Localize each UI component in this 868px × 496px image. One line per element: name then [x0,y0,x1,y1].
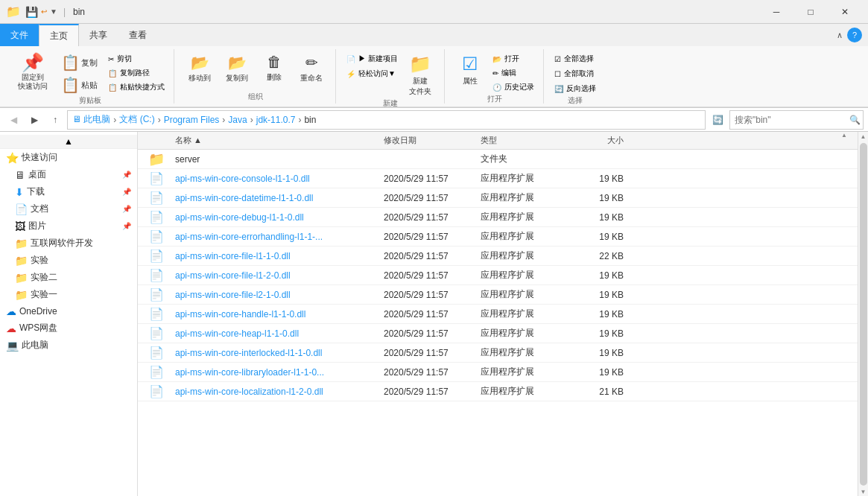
file-row[interactable]: 📄 api-ms-win-core-file-l1-2-0.dll 2020/5… [138,266,858,285]
file-row[interactable]: 📄 api-ms-win-core-datetime-l1-1-0.dll 20… [138,188,858,208]
breadcrumb-docs[interactable]: 文档 (C:) [119,113,154,126]
up-btn[interactable]: ↑ [46,111,64,129]
invert-btn[interactable]: 🔄 反向选择 [551,82,599,95]
file-row[interactable]: 📄 api-ms-win-core-interlocked-l1-1-0.dll… [138,343,858,363]
file-date: 2020/5/29 11:57 [384,174,481,184]
sidebar-item-experiment2[interactable]: 📁 实验二 [0,269,137,286]
easy-access-btn[interactable]: ⚡ 轻松访问▼ [343,67,401,80]
file-row[interactable]: 📄 api-ms-win-core-file-l2-1-0.dll 2020/5… [138,285,858,305]
scroll-thumb[interactable] [860,143,867,486]
breadcrumb-bin[interactable]: bin [304,115,316,125]
copy-to-btn[interactable]: 📂 复制到 [219,52,255,85]
new-folder-btn[interactable]: 📁 新建文件夹 [402,52,438,98]
history-btn[interactable]: 🕐 历史记录 [490,80,537,94]
breadcrumb-bar[interactable]: 🖥 此电脑 › 文档 (C:) › Program Files › Java ›… [67,110,706,130]
file-name: api-ms-win-core-file-l1-1-0.dll [175,251,384,261]
arrow4: › [250,115,253,125]
edit-icon: ✏ [492,69,498,77]
file-type: 应用程序扩展 [481,269,570,282]
close-button[interactable]: ✕ [828,0,862,24]
open-btn[interactable]: 📂 打开 [490,52,537,66]
new-item-btn[interactable]: 📄 ▶ 新建项目 [343,52,401,66]
tab-file[interactable]: 文件 [0,24,39,46]
tab-view[interactable]: 查看 [118,24,158,46]
cut-btn[interactable]: ✂ 剪切 [105,52,168,66]
sidebar-item-wpsdrive[interactable]: ☁ WPS网盘 [0,319,137,337]
rename-btn[interactable]: ✏ 重命名 [294,52,329,85]
col-date-header[interactable]: 修改日期 [384,135,481,146]
scroll-down-btn[interactable]: ▼ [859,487,868,496]
tab-home[interactable]: 主页 [39,24,79,46]
help-btn[interactable]: ? [847,28,862,42]
back-btn[interactable]: ◀ [4,111,22,129]
undo-icon[interactable]: ↩ [41,7,47,16]
qa-dropdown-btn[interactable]: ▼ [50,7,57,16]
file-date: 2020/5/29 11:57 [384,270,481,281]
ribbon-collapse-btn[interactable]: ∧ [837,31,843,40]
search-box[interactable]: 🔍 [729,110,864,130]
file-type: 应用程序扩展 [481,385,570,398]
sidebar-item-download[interactable]: ⬇ 下载 📌 [0,183,137,200]
select-all-btn[interactable]: ☑ 全部选择 [551,52,599,66]
tab-share[interactable]: 共享 [79,24,118,46]
minimize-button[interactable]: ─ [759,0,793,24]
sidebar-item-quickaccess[interactable]: ⭐ 快速访问 [0,149,137,166]
pin-icon: 📌 [22,54,44,71]
forward-btn[interactable]: ▶ [25,111,43,129]
file-row[interactable]: 📄 api-ms-win-core-errorhandling-l1-1-...… [138,227,858,247]
file-row[interactable]: 📁 server 文件夹 [138,150,858,169]
file-row[interactable]: 📄 api-ms-win-core-handle-l1-1-0.dll 2020… [138,305,858,324]
breadcrumb-programfiles[interactable]: Program Files [164,115,220,125]
copy-to-label: 复制到 [226,73,248,83]
sidebar-item-documents[interactable]: 📄 文档 📌 [0,200,137,217]
file-row[interactable]: 📄 api-ms-win-core-file-l1-1-0.dll 2020/5… [138,247,858,266]
sidebar-item-experiment[interactable]: 📁 实验 [0,252,137,269]
sidebar-item-pictures[interactable]: 🖼 图片 📌 [0,217,137,235]
file-date: 2020/5/29 11:57 [384,193,481,203]
select-none-icon: ☐ [554,70,561,78]
arrow5: › [298,115,301,125]
edit-btn[interactable]: ✏ 编辑 [490,66,537,80]
file-row[interactable]: 📄 api-ms-win-core-debug-l1-1-0.dll 2020/… [138,208,858,227]
save-icon[interactable]: 💾 [25,6,38,18]
properties-btn[interactable]: ☑ 属性 [452,52,488,88]
file-size: 19 KB [570,193,630,203]
scroll-up-btn[interactable]: ▲ [859,132,868,142]
scroll-top-indicator[interactable]: ▲ [841,132,847,139]
file-row[interactable]: 📄 api-ms-win-core-localization-l1-2-0.dl… [138,382,858,401]
properties-label: 属性 [463,76,478,86]
breadcrumb-java[interactable]: Java [228,115,247,125]
search-input[interactable] [735,115,846,125]
copy-btn[interactable]: 📋 复制 [55,52,104,73]
col-type-header[interactable]: 类型 [481,135,570,146]
select-none-btn[interactable]: ☐ 全部取消 [551,67,599,80]
breadcrumb-jdk[interactable]: jdk-11.0.7 [256,115,296,125]
file-name: api-ms-win-core-handle-l1-1-0.dll [175,309,384,319]
sidebar-item-internet[interactable]: 📁 互联网软件开发 [0,235,137,252]
maximize-button[interactable]: □ [793,0,828,24]
move-to-btn[interactable]: 📂 移动到 [182,52,218,85]
organize-label: 组织 [248,92,263,104]
col-name-header[interactable]: 名称 ▲ [138,135,384,146]
file-row[interactable]: 📄 api-ms-win-core-console-l1-1-0.dll 202… [138,169,858,188]
col-size-header[interactable]: 大小 [570,135,630,146]
quick-access-toolbar: 💾 ↩ ▼ | [25,6,69,18]
file-type: 应用程序扩展 [481,346,570,359]
internet-folder-icon: 📁 [15,238,28,249]
sidebar-scroll-up[interactable]: ▲ [0,135,137,149]
refresh-btn[interactable]: 🔄 [709,111,726,129]
sidebar-item-experiment1[interactable]: 📁 实验一 [0,286,137,303]
sidebar-item-onedrive[interactable]: ☁ OneDrive [0,303,137,319]
delete-btn[interactable]: 🗑 删除 [256,52,292,84]
file-row[interactable]: 📄 api-ms-win-core-heap-l1-1-0.dll 2020/5… [138,324,858,343]
sidebar-item-thispc[interactable]: 💻 此电脑 [0,337,137,354]
copy-path-btn[interactable]: 📋 复制路径 [105,66,168,80]
sidebar-item-desktop[interactable]: 🖥 桌面 📌 [0,166,137,183]
breadcrumb-pc[interactable]: 🖥 此电脑 [72,113,110,126]
paste-shortcut-btn[interactable]: 📋 粘贴快捷方式 [105,80,168,94]
main-scrollbar[interactable]: ▲ ▼ [858,132,868,496]
file-row[interactable]: 📄 api-ms-win-core-libraryloader-l1-1-0..… [138,363,858,382]
file-date: 2020/5/29 11:57 [384,348,481,358]
pin-to-quickaccess-btn[interactable]: 📌 固定到快速访问 [12,52,54,92]
paste-btn[interactable]: 📋 粘贴 [55,74,104,95]
